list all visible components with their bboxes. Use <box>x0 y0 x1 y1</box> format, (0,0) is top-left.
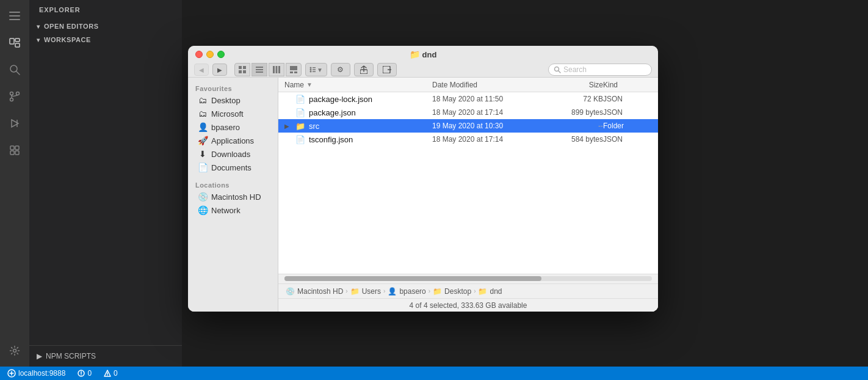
sidebar-item-macintosh-hd[interactable]: 💿 Macintosh HD <box>190 190 275 203</box>
run-icon[interactable] <box>4 112 26 134</box>
file-row-package-json[interactable]: 📄 package.json 18 May 2020 at 17:14 899 … <box>278 106 658 119</box>
statusbar-host[interactable]: localhost:9888 <box>5 369 68 378</box>
svg-point-41 <box>555 67 559 71</box>
menu-icon[interactable] <box>4 5 26 27</box>
path-item-macintosh-hd[interactable]: 💿 Macintosh HD <box>286 287 343 296</box>
file-kind-tsconfig: JSON <box>603 135 652 144</box>
statusbar: localhost:9888 0 0 <box>0 367 868 380</box>
scrollbar-track <box>284 276 652 281</box>
file-name-package-lock: package-lock.json <box>309 95 372 104</box>
sidebar-item-microsoft[interactable]: 🗂 Microsoft <box>190 107 275 120</box>
file-icon-tsconfig: 📄 <box>295 135 305 144</box>
path-icon-desktop: 📁 <box>433 287 442 296</box>
path-icon-dnd: 📁 <box>478 287 487 296</box>
back-button[interactable]: ◀ <box>194 64 209 76</box>
svg-rect-23 <box>256 67 263 68</box>
bpasero-icon: 👤 <box>198 122 208 132</box>
sidebar-item-desktop[interactable]: 🗂 Desktop <box>190 93 275 107</box>
npm-scripts-label: NPM SCRIPTS <box>46 352 96 360</box>
path-item-bpasero[interactable]: 👤 bpasero <box>388 287 425 296</box>
finder-filelist: Name ▼ Date Modified Size Kind <box>278 78 658 312</box>
file-row-tsconfig[interactable]: 📄 tsconfig.json 18 May 2020 at 17:14 584… <box>278 133 658 146</box>
extensions-icon[interactable] <box>4 139 26 161</box>
forward-button[interactable]: ▶ <box>212 64 227 76</box>
file-rows: 📄 package-lock.json 18 May 2020 at 11:50… <box>278 92 658 274</box>
svg-rect-2 <box>9 19 20 20</box>
file-kind-src: Folder <box>603 122 652 130</box>
svg-rect-0 <box>9 12 20 13</box>
svg-point-9 <box>16 92 20 95</box>
source-control-icon[interactable] <box>4 86 26 108</box>
file-row-src[interactable]: ▶ 📁 src 19 May 2020 at 10:30 -- Folder <box>278 119 658 133</box>
open-editors-header[interactable]: ▾ OPEN EDITORS <box>29 20 182 33</box>
path-item-dnd[interactable]: 📁 dnd <box>478 287 502 296</box>
path-icon-users: 📁 <box>350 287 360 296</box>
open-editors-chevron: ▾ <box>34 22 43 31</box>
file-icon-src: 📁 <box>295 122 305 131</box>
statusbar-errors-count: 0 <box>87 369 92 378</box>
sidebar-item-applications[interactable]: 🚀 Applications <box>190 134 275 147</box>
svg-rect-1 <box>9 15 20 16</box>
col-name-header[interactable]: Name ▼ <box>284 81 432 89</box>
statusbar-errors[interactable]: 0 <box>75 369 94 378</box>
file-row-empty-7 <box>278 227 658 240</box>
macintosh-hd-icon: 💿 <box>198 192 208 202</box>
maximize-button[interactable] <box>217 51 225 58</box>
col-modified-label: Date Modified <box>432 81 477 89</box>
open-editors-label: OPEN EDITORS <box>44 23 99 30</box>
close-button[interactable] <box>195 51 203 58</box>
applications-label: Applications <box>211 136 254 145</box>
path-item-desktop[interactable]: 📁 Desktop <box>433 287 471 296</box>
svg-rect-15 <box>15 146 19 150</box>
sidebar-title: EXPLORER <box>29 0 182 20</box>
svg-point-46 <box>81 375 82 376</box>
path-sep-4: › <box>474 288 476 294</box>
col-size-header[interactable]: Size <box>542 81 603 89</box>
col-size-label: Size <box>589 81 603 89</box>
col-kind-header[interactable]: Kind <box>603 81 652 89</box>
search-icon[interactable] <box>4 59 26 81</box>
gallery-view-button[interactable] <box>286 63 302 76</box>
settings-icon[interactable] <box>4 340 26 362</box>
path-item-users[interactable]: 📁 Users <box>350 287 381 296</box>
path-sep-1: › <box>345 288 347 294</box>
icon-view-button[interactable] <box>234 63 250 76</box>
statusbar-warnings[interactable]: 0 <box>101 369 120 378</box>
scrollbar-thumb[interactable] <box>284 276 541 281</box>
svg-point-34 <box>310 71 312 73</box>
col-modified-header[interactable]: Date Modified <box>432 81 542 89</box>
sidebar-item-bpasero[interactable]: 👤 bpasero <box>190 120 275 134</box>
sidebar-item-downloads[interactable]: ⬇ Downloads <box>190 147 275 161</box>
column-view-button[interactable] <box>269 63 284 76</box>
file-modified-package-json: 18 May 2020 at 17:14 <box>432 108 542 117</box>
file-row-package-lock[interactable]: 📄 package-lock.json 18 May 2020 at 11:50… <box>278 92 658 106</box>
scrollbar-area <box>278 274 658 283</box>
file-disclosure-src[interactable]: ▶ <box>284 123 292 130</box>
sidebar-item-network[interactable]: 🌐 Network <box>190 203 275 217</box>
finder-search[interactable]: Search <box>548 64 652 76</box>
action-button[interactable]: ⚙ <box>331 63 350 76</box>
share-button[interactable] <box>354 63 374 76</box>
documents-label: Documents <box>211 163 251 172</box>
favourites-label: Favourites <box>188 82 278 93</box>
traffic-lights <box>195 51 225 58</box>
svg-point-18 <box>13 349 16 353</box>
path-label-dnd: dnd <box>490 287 502 296</box>
list-view-button[interactable] <box>251 63 267 76</box>
explorer-icon[interactable] <box>4 32 26 54</box>
workspace-label: WORKSPACE <box>44 36 91 43</box>
file-row-empty-2 <box>278 159 658 173</box>
documents-icon: 📄 <box>198 163 208 172</box>
path-icon-macintosh-hd: 💿 <box>286 287 295 296</box>
workspace-header[interactable]: ▾ WORKSPACE <box>29 33 182 46</box>
tag-button[interactable] <box>377 63 397 76</box>
sidebar-item-documents[interactable]: 📄 Documents <box>190 161 275 174</box>
microsoft-label: Microsoft <box>211 109 244 119</box>
sidebar-content <box>29 46 182 345</box>
npm-scripts-section[interactable]: ▶ NPM SCRIPTS <box>34 351 177 362</box>
file-modified-package-lock: 18 May 2020 at 11:50 <box>432 95 542 103</box>
minimize-button[interactable] <box>206 51 214 58</box>
file-name-cell-package-lock: 📄 package-lock.json <box>284 95 432 104</box>
file-size-package-json: 899 bytes <box>542 108 603 117</box>
view-options-select[interactable]: ▼ <box>305 63 327 76</box>
